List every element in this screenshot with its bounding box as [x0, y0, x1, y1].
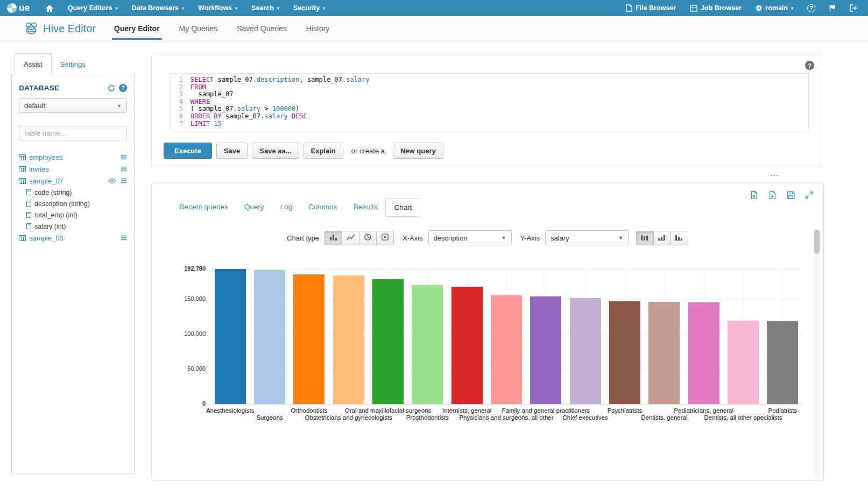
sql-editor[interactable]: 1234567 SELECT sample_07.description, sa…	[171, 73, 809, 130]
code-line: FROM	[190, 84, 369, 91]
tab-assist[interactable]: Assist	[15, 53, 52, 75]
chart-bar[interactable]	[254, 270, 285, 404]
chart-bar[interactable]	[530, 296, 561, 404]
table-name: sample_08	[29, 234, 63, 242]
chart-bar[interactable]	[728, 321, 759, 404]
brand-text: ue	[19, 3, 30, 13]
y-axis-label: Y-Axis	[520, 234, 540, 242]
chart-bar[interactable]	[570, 298, 601, 404]
chart-bar[interactable]	[293, 274, 324, 404]
chart-bar[interactable]	[372, 279, 404, 404]
home-button[interactable]	[38, 0, 61, 16]
column-row[interactable]: description (string)	[19, 198, 127, 209]
column-row[interactable]: code (string)	[19, 187, 127, 198]
column-name: total_emp (int)	[34, 211, 77, 219]
export-csv-icon[interactable]	[768, 190, 777, 200]
save-button[interactable]: Save	[216, 143, 248, 159]
job-browser-link[interactable]: Job Browser	[683, 0, 749, 16]
tab-recent-queries[interactable]: Recent queries	[171, 198, 236, 217]
logout-button[interactable]	[843, 0, 865, 16]
topnav-menu-data-browsers[interactable]: Data Browsers▾	[125, 0, 192, 16]
home-icon	[45, 4, 54, 12]
sql-token: sample_07	[222, 112, 260, 120]
editor-actions: Execute Save Save as... Explain or creat…	[164, 143, 443, 159]
editor-help-icon[interactable]: ?	[805, 61, 814, 70]
sql-token: 100000	[272, 105, 295, 112]
hue-logo[interactable]: ue	[0, 3, 38, 13]
column-row[interactable]: salary (int)	[19, 221, 127, 232]
file-browser-link[interactable]: File Browser	[619, 0, 683, 16]
table-row[interactable]: employees	[19, 151, 127, 163]
table-menu-icon[interactable]	[121, 235, 127, 241]
tab-saved-queries[interactable]: Saved Queries	[227, 16, 297, 41]
topnav-menu-label: Search	[251, 4, 274, 12]
topnav-menu-query-editors[interactable]: Query Editors▾	[61, 0, 125, 16]
export-excel-icon[interactable]	[750, 190, 759, 200]
chart-bar[interactable]	[215, 269, 246, 404]
topnav-menu-security[interactable]: Security▾	[286, 0, 332, 16]
sql-token: WHERE	[190, 98, 210, 105]
chart-bar[interactable]	[767, 321, 798, 404]
hive-editor-logo[interactable]: Hive Editor	[24, 22, 96, 36]
sort-asc-button[interactable]	[653, 231, 671, 245]
chevron-down-icon: ▾	[182, 6, 184, 11]
tab-query-editor[interactable]: Query Editor	[104, 16, 170, 41]
expand-icon[interactable]	[805, 190, 814, 200]
tab-query[interactable]: Query	[236, 198, 272, 217]
tab-history[interactable]: History	[297, 16, 340, 41]
save-as-button[interactable]: Save as...	[252, 143, 299, 159]
preview-icon[interactable]	[108, 178, 116, 183]
chart-bar[interactable]	[491, 295, 522, 404]
sort-desc-button[interactable]	[671, 231, 688, 245]
tab-columns[interactable]: Columns	[300, 198, 345, 217]
chart-bar[interactable]	[412, 285, 443, 404]
table-row[interactable]: sample_07	[19, 175, 127, 187]
bar-chart-button[interactable]	[324, 231, 342, 245]
help-button[interactable]: ?	[800, 0, 822, 16]
topnav-menu-workflows[interactable]: Workflows▾	[191, 0, 244, 16]
pie-chart-button[interactable]	[359, 231, 377, 245]
y-axis-tick: 0	[152, 400, 206, 407]
tab-results[interactable]: Results	[345, 198, 385, 217]
database-help-icon[interactable]: ?	[119, 84, 127, 92]
scrollbar-thumb[interactable]	[814, 230, 820, 254]
topnav-menu-search[interactable]: Search▾	[244, 0, 286, 16]
resize-handle[interactable]: ...	[771, 170, 779, 178]
x-axis-label: Dentists, general	[641, 414, 687, 421]
chart-bar[interactable]	[451, 287, 483, 404]
table-row[interactable]: sample_08	[19, 232, 127, 244]
sql-token: LIMIT	[190, 120, 210, 128]
table-menu-icon[interactable]	[121, 178, 127, 183]
y-axis-select[interactable]: salary ▼	[545, 230, 629, 245]
sql-token: )	[295, 105, 299, 112]
tab-assist-label: Assist	[24, 60, 43, 68]
chart-bar[interactable]	[688, 302, 719, 404]
table-filter-input[interactable]	[19, 126, 127, 140]
tab-my-queries[interactable]: My Queries	[170, 16, 228, 41]
explain-button[interactable]: Explain	[304, 143, 343, 159]
feedback-button[interactable]	[822, 0, 843, 16]
tab-settings[interactable]: Settings	[52, 53, 94, 75]
column-row[interactable]: total_emp (int)	[19, 209, 127, 221]
sort-none-button[interactable]	[636, 231, 654, 245]
chevron-down-icon: ▾	[791, 6, 793, 11]
table-menu-icon[interactable]	[121, 166, 127, 172]
refresh-icon[interactable]	[108, 84, 115, 92]
tab-chart[interactable]: Chart	[385, 198, 420, 217]
new-query-button[interactable]: New query	[393, 143, 443, 159]
execute-button[interactable]: Execute	[164, 143, 212, 159]
table-menu-icon[interactable]	[121, 154, 127, 160]
chart-bar[interactable]	[648, 302, 680, 404]
sql-token: .description	[253, 76, 300, 83]
tab-log[interactable]: Log	[272, 198, 301, 217]
line-chart-button[interactable]	[342, 231, 359, 245]
table-row[interactable]: invites	[19, 163, 127, 175]
map-chart-button[interactable]	[376, 231, 394, 245]
top-navbar: ue Query Editors▾Data Browsers▾Workflows…	[0, 0, 868, 16]
chart-bar[interactable]	[333, 275, 364, 404]
chart-bar[interactable]	[609, 301, 640, 404]
x-axis-select[interactable]: description ▼	[428, 230, 512, 245]
user-menu[interactable]: ⚙ romain ▾	[749, 0, 800, 16]
save-results-icon[interactable]	[786, 190, 795, 200]
database-select[interactable]: default ▼	[19, 98, 127, 113]
